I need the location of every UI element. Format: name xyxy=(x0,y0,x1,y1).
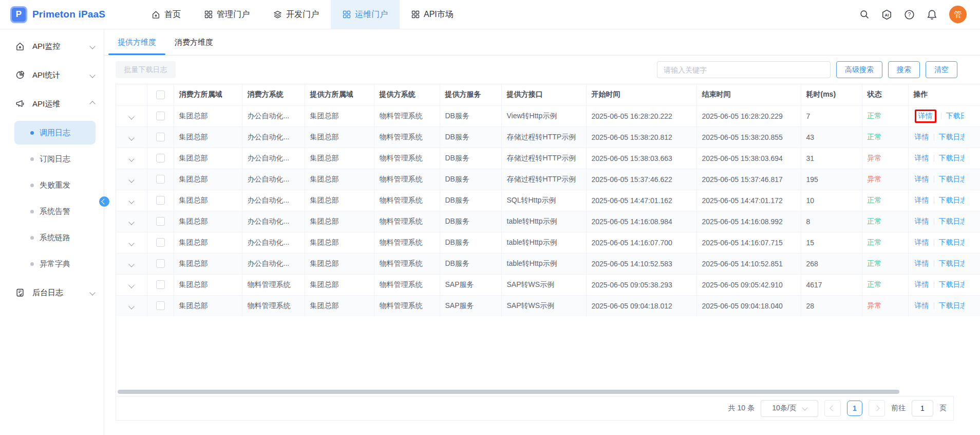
tab-2[interactable]: 消费方维度 xyxy=(165,29,222,55)
row-checkbox[interactable] xyxy=(156,196,165,205)
cell-cost-ms: 268 xyxy=(801,253,862,274)
sidebar-item-label: 异常字典 xyxy=(40,259,70,269)
cell-cost-ms: 8 xyxy=(801,211,862,232)
current-page-button[interactable]: 1 xyxy=(847,401,862,416)
row-checkbox[interactable] xyxy=(156,238,165,247)
cell-checkbox xyxy=(147,295,174,316)
download-log-link[interactable]: 下载日志 xyxy=(939,301,964,311)
sidebar-collapse-toggle[interactable] xyxy=(99,196,109,207)
ai-assistant-icon[interactable]: AI xyxy=(881,9,892,20)
nav-item-1[interactable]: 首页 xyxy=(140,0,193,29)
advanced-search-button[interactable]: 高级搜索 xyxy=(836,61,882,78)
column-header-7: 开始时间 xyxy=(586,84,696,105)
download-log-link[interactable]: 下载日志 xyxy=(939,217,964,226)
nav-item-2[interactable]: 管理门户 xyxy=(193,0,261,29)
cell-end-time: 2025-06-05 09:05:42.910 xyxy=(696,274,801,295)
nav-item-3[interactable]: 开发门户 xyxy=(261,0,331,29)
sidebar-item-1[interactable]: 调用日志 xyxy=(14,121,96,144)
row-checkbox[interactable] xyxy=(156,175,165,184)
prev-page-button[interactable] xyxy=(824,400,841,416)
download-log-link[interactable]: 下载日志 xyxy=(939,175,964,184)
download-log-link[interactable]: 下载日志 xyxy=(939,259,964,268)
row-checkbox[interactable] xyxy=(156,280,165,289)
detail-link[interactable]: 详情 xyxy=(915,259,929,268)
row-checkbox[interactable] xyxy=(156,217,165,226)
cell-consumer-system: 物料管理系统 xyxy=(242,274,305,295)
keyword-search-input[interactable] xyxy=(657,61,831,78)
sidebar-group-1[interactable]: API监控 xyxy=(0,32,104,61)
cell-provider-service: DB服务 xyxy=(440,211,501,232)
batch-download-button[interactable]: 批量下载日志 xyxy=(116,61,176,78)
sidebar-group-2[interactable]: API统计 xyxy=(0,61,104,89)
detail-link[interactable]: 详情 xyxy=(915,196,929,205)
sidebar-item-4[interactable]: 系统告警 xyxy=(14,200,96,223)
download-log-link[interactable]: 下载日志 xyxy=(939,154,964,163)
detail-link-annotated[interactable]: 详情 xyxy=(915,110,936,123)
row-checkbox[interactable] xyxy=(156,112,165,120)
cell-checkbox xyxy=(147,126,174,148)
search-icon[interactable] xyxy=(859,9,870,20)
cell-end-time: 2025-06-05 14:47:01.172 xyxy=(696,190,801,211)
select-all-checkbox[interactable] xyxy=(156,90,165,99)
cell-actions: 详情下载日志 xyxy=(908,105,980,126)
row-expand-icon[interactable] xyxy=(128,177,134,183)
detail-link[interactable]: 详情 xyxy=(915,238,929,247)
cell-provider-api: SQL转Http示例 xyxy=(501,190,586,211)
help-icon[interactable]: ? xyxy=(904,9,915,20)
next-page-button[interactable] xyxy=(869,400,885,416)
user-avatar[interactable]: 管 xyxy=(949,6,967,23)
sidebar-item-2[interactable]: 订阅日志 xyxy=(14,147,96,171)
cell-cost-ms: 4617 xyxy=(801,274,862,295)
cell-checkbox xyxy=(147,274,174,295)
header-checkbox-cell xyxy=(147,84,174,105)
cell-cost-ms: 31 xyxy=(801,148,862,169)
detail-link[interactable]: 详情 xyxy=(915,175,929,184)
download-log-link[interactable]: 下载日志 xyxy=(939,133,964,142)
goto-page-input[interactable] xyxy=(912,400,933,416)
sidebar-item-label: 调用日志 xyxy=(40,128,70,138)
row-checkbox[interactable] xyxy=(156,133,165,141)
download-log-link[interactable]: 下载日志 xyxy=(939,238,964,247)
nav-item-4[interactable]: 运维门户 xyxy=(331,0,400,29)
row-expand-icon[interactable] xyxy=(128,303,134,309)
cell-cost-ms: 28 xyxy=(801,295,862,316)
cell-expand xyxy=(116,232,147,253)
sidebar-group-3[interactable]: API运维 xyxy=(0,89,104,118)
column-header-9: 耗时(ms) xyxy=(801,84,862,105)
row-expand-icon[interactable] xyxy=(128,282,134,288)
row-expand-icon[interactable] xyxy=(128,156,134,161)
cell-provider-service: DB服务 xyxy=(440,105,501,126)
row-expand-icon[interactable] xyxy=(128,198,134,204)
sidebar-item-5[interactable]: 系统链路 xyxy=(14,226,96,249)
sidebar-item-3[interactable]: 失败重发 xyxy=(14,173,96,197)
nav-item-5[interactable]: API市场 xyxy=(400,0,465,29)
row-checkbox[interactable] xyxy=(156,154,165,162)
cell-consumer-system: 办公自动化... xyxy=(242,105,305,126)
notifications-bell-icon[interactable] xyxy=(927,9,937,20)
clear-button[interactable]: 清空 xyxy=(926,61,957,78)
detail-link[interactable]: 详情 xyxy=(915,301,929,311)
row-expand-icon[interactable] xyxy=(128,114,134,119)
detail-link[interactable]: 详情 xyxy=(915,133,929,142)
row-expand-icon[interactable] xyxy=(128,135,134,140)
row-expand-icon[interactable] xyxy=(128,219,134,225)
sidebar-item-6[interactable]: 异常字典 xyxy=(14,252,96,276)
detail-link[interactable]: 详情 xyxy=(915,154,929,163)
row-expand-icon[interactable] xyxy=(128,240,134,246)
detail-link[interactable]: 详情 xyxy=(915,217,929,226)
chevron-right-icon xyxy=(874,405,879,411)
tab-1[interactable]: 提供方维度 xyxy=(108,29,165,55)
detail-link[interactable]: 详情 xyxy=(915,280,929,289)
cell-provider-domain: 集团总部 xyxy=(305,105,374,126)
header-expand-cell xyxy=(116,84,147,105)
search-button[interactable]: 搜索 xyxy=(888,61,920,78)
row-checkbox[interactable] xyxy=(156,301,165,310)
download-log-link[interactable]: 下载日志 xyxy=(939,196,964,205)
sidebar-group-4[interactable]: 后台日志 xyxy=(0,278,104,307)
download-log-link[interactable]: 下载日志 xyxy=(946,112,964,121)
page-size-select[interactable]: 10条/页 xyxy=(761,400,818,417)
download-log-link[interactable]: 下载日志 xyxy=(939,280,964,289)
row-checkbox[interactable] xyxy=(156,259,165,268)
horizontal-scrollbar[interactable] xyxy=(118,390,899,394)
row-expand-icon[interactable] xyxy=(128,261,134,267)
